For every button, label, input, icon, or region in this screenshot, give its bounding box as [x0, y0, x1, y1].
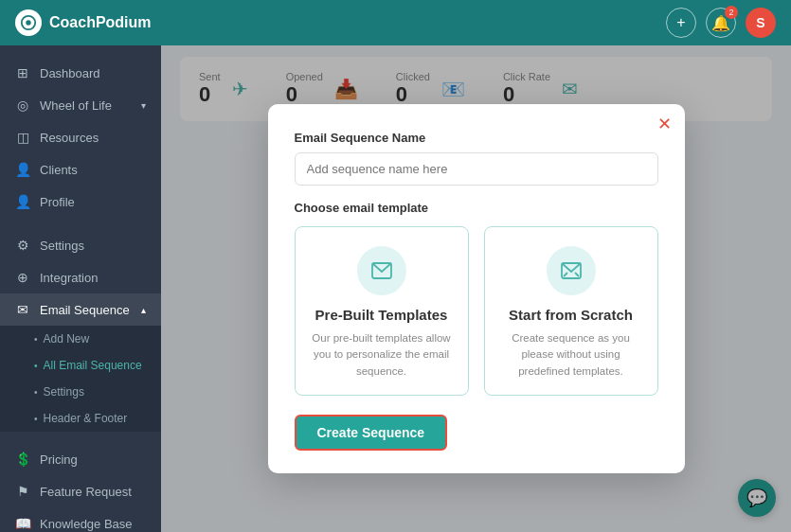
template-options: Pre-Built Templates Our pre-built templa… — [295, 226, 658, 396]
notifications-button[interactable]: 🔔 2 — [706, 8, 736, 38]
pre-built-desc: Our pre-built templates allow you to per… — [311, 330, 453, 380]
sidebar-item-resources[interactable]: ◫ Resources — [0, 121, 161, 153]
pre-built-title: Pre-Built Templates — [315, 307, 448, 323]
main-content: Sent 0 ✈ Opened 0 📥 Clicked 0 — [161, 45, 791, 532]
email-sequence-submenu: Add New All Email Sequence Settings Head… — [0, 326, 161, 432]
sidebar-item-email-sequence[interactable]: ✉ Email Sequence ▴ — [0, 293, 161, 326]
settings-icon: ⚙ — [15, 238, 30, 253]
sidebar-item-dashboard[interactable]: ⊞ Dashboard — [0, 57, 161, 89]
dashboard-icon: ⊞ — [15, 65, 30, 80]
submenu-all-email-sequence[interactable]: All Email Sequence — [0, 352, 161, 379]
submenu-settings-label: Settings — [44, 385, 84, 399]
user-avatar[interactable]: S — [746, 8, 776, 38]
chevron-down-icon: ▾ — [141, 100, 146, 111]
logo-icon — [15, 9, 42, 36]
create-sequence-button[interactable]: Create Sequence — [295, 415, 448, 451]
sidebar-item-wheel-of-life[interactable]: ◎ Wheel of Life ▾ — [0, 89, 161, 121]
sidebar-item-settings[interactable]: ⚙ Settings — [0, 229, 161, 261]
svg-line-4 — [564, 273, 567, 276]
sidebar-item-knowledge-base[interactable]: 📖 Knowledge Base — [0, 507, 161, 532]
clients-icon: 👤 — [15, 162, 30, 177]
header-actions: + 🔔 2 S — [666, 8, 776, 38]
sidebar-item-integration[interactable]: ⊕ Integration — [0, 261, 161, 293]
sidebar-item-clients[interactable]: 👤 Clients — [0, 153, 161, 186]
modal-close-button[interactable]: ✕ — [657, 115, 672, 133]
sidebar-label-dashboard: Dashboard — [40, 66, 100, 80]
submenu-settings[interactable]: Settings — [0, 379, 161, 405]
template-label: Choose email template — [295, 201, 658, 215]
sidebar-label-feature-request: Feature Request — [40, 485, 132, 499]
scratch-desc: Create sequence as you please without us… — [500, 330, 642, 380]
sidebar-label-wheel: Wheel of Life — [40, 98, 112, 113]
sidebar-label-pricing: Pricing — [40, 452, 78, 467]
integration-icon: ⊕ — [15, 270, 30, 285]
sidebar-label-resources: Resources — [40, 131, 99, 145]
sidebar-label-knowledge-base: Knowledge Base — [40, 517, 133, 531]
submenu-add-new[interactable]: Add New — [0, 326, 161, 352]
scratch-title: Start from Scratch — [509, 307, 633, 323]
logo: CoachPodium — [15, 9, 152, 36]
main-layout: ⊞ Dashboard ◎ Wheel of Life ▾ ◫ Resource… — [0, 45, 791, 532]
app-header: CoachPodium + 🔔 2 S — [0, 0, 791, 45]
modal-title: Email Sequence Name — [295, 131, 658, 145]
sidebar-label-email-sequence: Email Sequence — [40, 303, 130, 317]
sidebar-item-feature-request[interactable]: ⚑ Feature Request — [0, 475, 161, 507]
profile-icon: 👤 — [15, 194, 30, 209]
add-button[interactable]: + — [666, 8, 696, 38]
sidebar-label-integration: Integration — [40, 271, 98, 285]
wheel-icon: ◎ — [15, 98, 30, 113]
pre-built-template-card[interactable]: Pre-Built Templates Our pre-built templa… — [295, 226, 469, 396]
modal-overlay: ✕ Email Sequence Name Choose email templ… — [161, 45, 791, 532]
svg-line-5 — [575, 273, 579, 276]
add-icon: + — [676, 14, 685, 31]
sequence-name-input[interactable] — [295, 152, 658, 186]
notif-badge: 2 — [725, 6, 738, 19]
pricing-icon: 💲 — [15, 452, 30, 467]
email-sequence-icon: ✉ — [15, 302, 30, 317]
sidebar: ⊞ Dashboard ◎ Wheel of Life ▾ ◫ Resource… — [0, 45, 161, 532]
logo-text: CoachPodium — [49, 14, 152, 31]
submenu-header-footer-label: Header & Footer — [44, 412, 128, 425]
submenu-add-new-label: Add New — [44, 332, 90, 346]
create-sequence-modal: ✕ Email Sequence Name Choose email templ… — [268, 104, 685, 473]
scratch-icon — [547, 246, 596, 295]
svg-point-1 — [26, 20, 30, 25]
sidebar-label-profile: Profile — [40, 195, 75, 209]
submenu-header-footer[interactable]: Header & Footer — [0, 405, 161, 432]
pre-built-icon — [357, 246, 406, 295]
knowledge-base-icon: 📖 — [15, 516, 30, 531]
sidebar-item-profile[interactable]: 👤 Profile — [0, 186, 161, 218]
feature-request-icon: ⚑ — [15, 484, 30, 499]
sidebar-label-settings: Settings — [40, 239, 84, 253]
scratch-template-card[interactable]: Start from Scratch Create sequence as yo… — [484, 226, 658, 396]
sidebar-item-pricing[interactable]: 💲 Pricing — [0, 443, 161, 475]
submenu-all-email-label: All Email Sequence — [44, 359, 142, 372]
sidebar-label-clients: Clients — [40, 163, 78, 177]
resources-icon: ◫ — [15, 130, 30, 145]
chevron-up-icon: ▴ — [141, 305, 146, 315]
